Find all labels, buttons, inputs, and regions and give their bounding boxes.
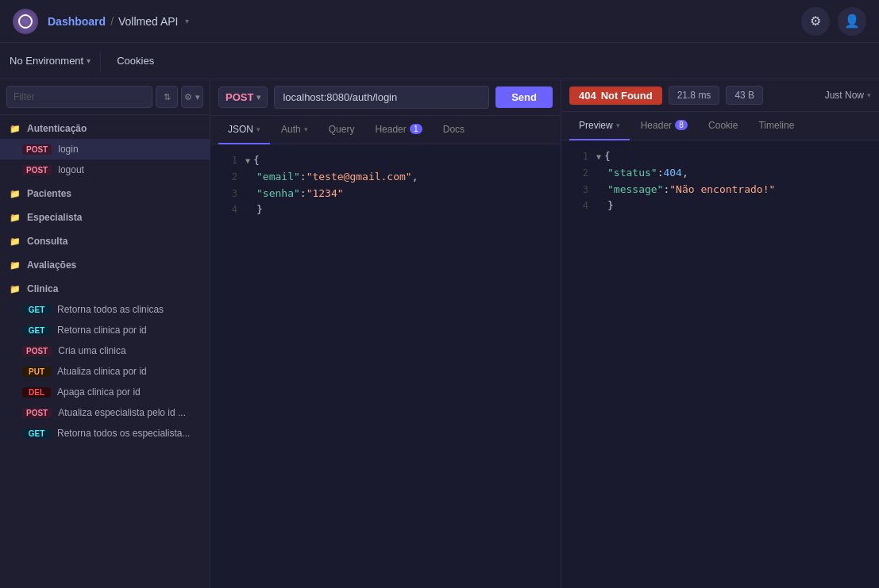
key-status: "status" [607,165,657,182]
endpoint-label: Apaga clinica por id [57,386,141,398]
response-time: 21.8 ms [669,86,720,105]
tab-label: Timeline [758,120,794,131]
breadcrumb-sep: / [110,15,114,28]
tab-response-header[interactable]: Header 8 [631,112,697,140]
breadcrumb: Dashboard / Vollmed API ▾ [48,15,189,28]
endpoint-del-clinica[interactable]: DEL Apaga clinica por id [0,382,210,402]
method-badge-get: GET [22,325,51,336]
sidebar-section-avaliacoes[interactable]: 📁 Avaliações [0,252,210,275]
section-label: Pacientes [27,188,71,199]
tab-arrow: ▾ [256,125,260,133]
endpoint-login[interactable]: POST login [0,139,210,159]
sidebar-section-clinica[interactable]: 📁 Clinica [0,275,210,299]
main-layout: ⇅ ⚙ ▾ 📁 Autenticação POST login POST log… [0,79,879,588]
code-line-4: 4 } [210,202,561,218]
tab-label: Header [641,120,672,131]
section-label: Avaliações [27,259,76,271]
comma: , [412,169,418,186]
tab-json[interactable]: JSON ▾ [218,116,270,144]
cookies-button[interactable]: Cookies [110,52,160,70]
folder-icon: 📁 [10,284,21,294]
tab-auth[interactable]: Auth ▾ [272,116,318,144]
method-badge-del: DEL [22,387,51,398]
user-button[interactable]: 👤 [838,7,866,36]
endpoint-logout[interactable]: POST logout [0,159,210,180]
section-label: Clinica [27,283,58,294]
response-body: 1 ▼ { 2 "status" : 404 , 3 "message" : "… [561,140,879,588]
timestamp-label: Just Now [825,90,864,101]
key-senha: "senha" [256,186,300,202]
response-tabs-bar: Preview ▾ Header 8 Cookie Timeline [561,112,879,140]
tab-arrow: ▾ [304,125,308,133]
section-label: Especialista [27,212,82,223]
colon: : [300,186,306,202]
endpoint-get-clinica-id[interactable]: GET Retorna clinica por id [0,320,210,340]
line-number: 4 [218,202,237,217]
filter-sort-button[interactable]: ⇅ [156,86,178,108]
tab-docs[interactable]: Docs [434,116,474,144]
endpoint-label: Retorna todos os especialista... [57,428,190,439]
tab-query[interactable]: Query [319,116,364,144]
endpoint-label: Cria uma clinica [58,345,125,356]
tab-label: Cookie [708,120,738,131]
sidebar: ⇅ ⚙ ▾ 📁 Autenticação POST login POST log… [0,79,210,588]
folder-icon: 📁 [10,189,21,199]
brace-close: } [607,198,614,214]
collapse-arrow[interactable]: ▼ [245,155,250,167]
separator [100,52,101,71]
timestamp-display[interactable]: Just Now ▾ [825,90,871,101]
method-select[interactable]: POST ▾ [218,86,268,108]
filter-options-button[interactable]: ⚙ ▾ [181,86,203,108]
send-button[interactable]: Send [495,86,553,108]
method-label: POST [226,91,253,103]
folder-icon: 📁 [10,213,21,223]
sidebar-filter-bar: ⇅ ⚙ ▾ [0,79,210,115]
sidebar-section-autenticacao[interactable]: 📁 Autenticação [0,115,210,139]
app-logo[interactable] [13,9,38,34]
request-panel: POST ▾ Send JSON ▾ Auth ▾ Query Header 1 [210,79,561,588]
colon: : [300,169,306,186]
url-bar: POST ▾ Send [210,79,561,116]
breadcrumb-dashboard[interactable]: Dashboard [48,15,106,28]
line-number: 4 [569,198,588,213]
sidebar-section-consulta[interactable]: 📁 Consulta [0,228,210,252]
line-number: 2 [569,166,588,181]
breadcrumb-api: Vollmed API [118,15,179,28]
settings-button[interactable]: ⚙ [801,7,830,36]
endpoint-post-clinica[interactable]: POST Cria uma clinica [0,340,210,361]
filter-input[interactable] [6,86,152,108]
tab-header[interactable]: Header 1 [365,116,431,144]
brace-close: } [256,202,263,218]
endpoint-get-especialistas[interactable]: GET Retorna todos os especialista... [0,423,210,444]
tab-preview[interactable]: Preview ▾ [569,112,630,140]
tab-cookie[interactable]: Cookie [699,112,747,140]
collapse-arrow[interactable]: ▼ [596,151,601,163]
method-badge-get: GET [22,429,51,439]
endpoint-get-all-clinicas[interactable]: GET Retorna todos as clinicas [0,299,210,320]
topbar: Dashboard / Vollmed API ▾ ⚙ 👤 [0,0,879,43]
tab-timeline[interactable]: Timeline [749,112,804,140]
section-label: Consulta [27,236,67,247]
environment-select[interactable]: No Environment ▾ [10,55,91,67]
url-input[interactable] [274,86,489,109]
status-code: 404 [579,90,596,102]
method-arrow: ▾ [256,93,260,102]
line-number: 3 [569,183,588,198]
subtoolbar: No Environment ▾ Cookies [0,43,879,79]
api-dropdown-arrow[interactable]: ▾ [185,17,189,25]
tab-label: Auth [281,124,301,135]
endpoint-label: login [58,144,78,155]
method-badge-get: GET [22,305,51,315]
sidebar-section-pacientes[interactable]: 📁 Pacientes [0,180,210,204]
endpoint-post-especialista[interactable]: POST Atualiza especialista pelo id ... [0,402,210,423]
code-line-3: 3 "senha" : "1234" [210,186,561,202]
code-line-1: 1 ▼ { [210,152,561,169]
response-line-4: 4 } [561,198,879,214]
folder-icon: 📁 [10,260,21,271]
value-email: "teste@gmail.com" [306,169,412,186]
request-body-editor[interactable]: 1 ▼ { 2 "email" : "teste@gmail.com" , 3 … [210,144,561,588]
env-arrow: ▾ [87,56,91,65]
sidebar-section-especialista[interactable]: 📁 Especialista [0,204,210,228]
method-badge-post: POST [22,165,52,175]
endpoint-put-clinica[interactable]: PUT Atualiza clinica por id [0,361,210,382]
